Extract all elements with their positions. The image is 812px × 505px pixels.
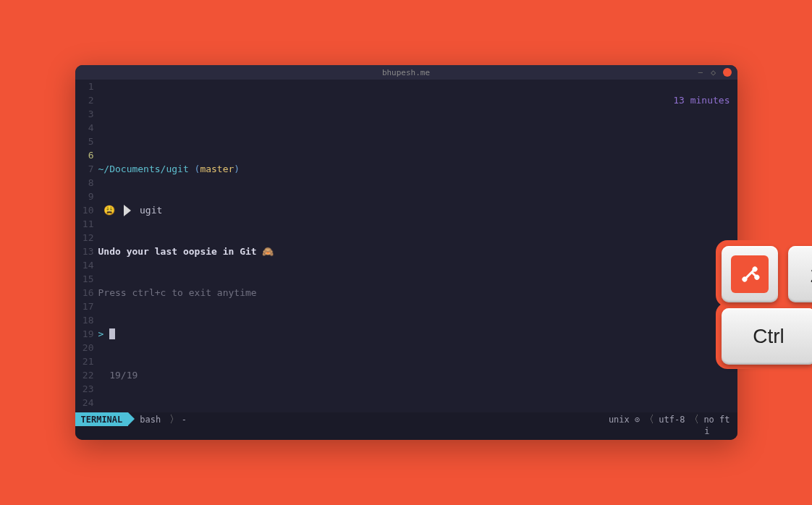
cursor-icon xyxy=(109,328,115,339)
status-line-encoding: unix xyxy=(609,415,630,425)
close-icon[interactable] xyxy=(723,68,732,77)
line-number: 23 xyxy=(75,382,94,396)
status-encoding: utf-8 xyxy=(659,415,685,425)
line-number: 9 xyxy=(75,190,94,203)
line-number: 7 xyxy=(75,162,94,176)
git-branch: master xyxy=(200,162,234,176)
line-number: 11 xyxy=(75,217,94,231)
search-caret: > xyxy=(98,327,104,341)
status-right: unix ⊙ 〈 utf-8 〈 no ft i xyxy=(609,412,730,436)
search-line[interactable]: > xyxy=(98,327,737,341)
app-title: Undo your last oopsie in Git 🙈 xyxy=(98,245,274,258)
line-number: 14 xyxy=(75,258,94,272)
command-line: 😩 ugit xyxy=(98,203,737,217)
line-number: 12 xyxy=(75,231,94,245)
empty-line xyxy=(98,121,737,135)
line-number: 15 xyxy=(75,272,94,286)
terminal-body[interactable]: 123456789101112131415161718192021222324 … xyxy=(75,80,737,412)
minimize-icon[interactable]: − xyxy=(697,69,704,76)
line-number: 10 xyxy=(75,203,94,217)
line-number: 5 xyxy=(75,135,94,148)
z-keycap: z xyxy=(788,246,812,302)
status-info-char: i xyxy=(704,426,709,436)
status-mode: TERMINAL xyxy=(75,412,129,426)
app-title-line: Undo your last oopsie in Git 🙈 xyxy=(98,245,737,258)
line-number: 2 xyxy=(75,93,94,107)
terminal-content: 13 minutes ~/Documents/ugit (master) 😩 u… xyxy=(98,80,737,412)
angle-icon: 〈 xyxy=(644,413,654,426)
command-text: ugit xyxy=(140,203,162,217)
line-number: 4 xyxy=(75,121,94,135)
status-shell: bash xyxy=(140,415,161,425)
status-left: TERMINAL bash 〉 - xyxy=(75,412,194,426)
line-number: 17 xyxy=(75,300,94,313)
line-number: 3 xyxy=(75,107,94,121)
window-controls: − ◇ xyxy=(697,68,732,77)
line-number: 21 xyxy=(75,355,94,368)
statusbar: TERMINAL bash 〉 - unix ⊙ 〈 utf-8 〈 no ft… xyxy=(75,412,737,440)
window-title: bhupesh.me xyxy=(382,68,430,77)
instruction-line: Press ctrl+c to exit anytime xyxy=(98,286,737,300)
line-number: 24 xyxy=(75,396,94,409)
line-number: 18 xyxy=(75,313,94,327)
titlebar: bhupesh.me − ◇ xyxy=(75,65,737,80)
line-gutter: 123456789101112131415161718192021222324 xyxy=(75,80,98,412)
line-number: 20 xyxy=(75,341,94,355)
keycap-label: Ctrl xyxy=(753,325,784,348)
line-number: 6 xyxy=(75,148,94,162)
line-number: 1 xyxy=(75,80,94,93)
status-dash: - xyxy=(182,415,187,425)
timestamp: 13 minutes xyxy=(673,93,729,107)
angle-icon: 〈 xyxy=(689,413,699,426)
terminal-window: bhupesh.me − ◇ 1234567891011121314151617… xyxy=(75,65,737,440)
ctrl-keycap: Ctrl xyxy=(722,308,812,365)
line-number: 13 xyxy=(75,245,94,258)
git-icon xyxy=(731,255,769,293)
chevron-icon xyxy=(124,205,131,216)
prompt-line: ~/Documents/ugit (master) xyxy=(98,162,737,176)
instruction-text: Press ctrl+c to exit anytime xyxy=(98,286,257,300)
maximize-icon[interactable]: ◇ xyxy=(710,69,717,76)
git-keycap xyxy=(722,246,778,302)
prompt-path: ~/Documents/ugit xyxy=(98,162,189,176)
separator-icon: 〉 xyxy=(163,413,179,426)
line-number: 8 xyxy=(75,176,94,190)
line-number: 19 xyxy=(75,327,94,341)
line-number: 22 xyxy=(75,368,94,382)
line-number: 16 xyxy=(75,286,94,300)
counter-line: 19/19 xyxy=(98,368,737,382)
status-fileformat: no ft xyxy=(703,415,729,425)
result-counter: 19/19 xyxy=(109,368,138,382)
